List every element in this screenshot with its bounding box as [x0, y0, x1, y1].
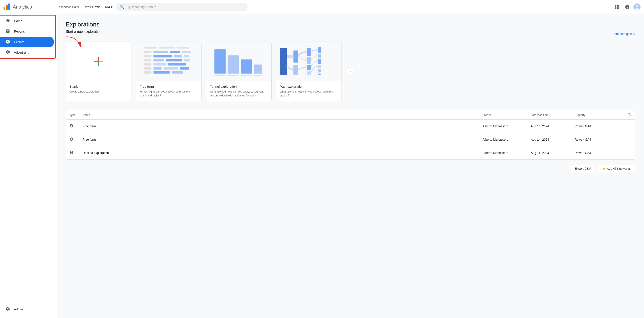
- topbar-right-actions: [612, 3, 640, 11]
- funnel-card-preview: [206, 42, 272, 81]
- sidebar-label-admin: Admin: [14, 308, 23, 311]
- svg-rect-49: [318, 47, 321, 53]
- svg-rect-46: [307, 57, 310, 64]
- funnel-card-title: Funnel exploration: [210, 85, 268, 88]
- main-content: Explorations Start a new exploration Tem…: [57, 14, 644, 318]
- search-placeholder-text: Try searching "Admin": [126, 5, 156, 9]
- col-property: Property: [574, 113, 618, 117]
- export-csv-button[interactable]: Export CSV: [570, 165, 595, 172]
- svg-rect-50: [318, 54, 321, 58]
- svg-rect-47: [307, 65, 310, 70]
- property-selector[interactable]: Rows - GA4 ▾: [92, 5, 112, 9]
- col-last-modified-label: Last modified: [531, 113, 548, 117]
- funnel-card-body: Funnel exploration What user journeys ca…: [206, 81, 272, 101]
- path-preview-svg: [276, 42, 342, 81]
- funnel-exploration-card[interactable]: Funnel exploration What user journeys ca…: [206, 41, 272, 101]
- sidebar-item-advertising[interactable]: Advertising: [0, 47, 54, 58]
- svg-rect-41: [254, 75, 261, 76]
- cards-header: Start a new exploration Template gallery: [66, 30, 635, 38]
- section-subtitle: Start a new exploration: [66, 30, 102, 34]
- col-name[interactable]: Name ↓: [82, 113, 482, 117]
- sidebar-label-home: Home: [14, 19, 22, 23]
- freeform-exploration-card[interactable]: Free form What insights can you uncover …: [136, 41, 202, 101]
- sidebar-item-reports[interactable]: Reports: [0, 26, 54, 37]
- col-search[interactable]: [618, 113, 632, 117]
- table-header: Type Name ↓ Owner Last modified ↓ Proper…: [66, 110, 635, 120]
- row-name: Free form: [82, 138, 482, 141]
- row-name: Free form: [82, 125, 482, 128]
- add-all-keywords-button[interactable]: ★ Add All Keywords: [598, 165, 635, 172]
- row-more-button[interactable]: ⋮: [618, 149, 626, 156]
- row-property: Rows - GA4: [574, 125, 618, 128]
- row-type-icon: [70, 124, 82, 129]
- sidebar-item-home[interactable]: Home: [0, 16, 54, 26]
- sidebar-label-explore: Explore: [14, 40, 24, 44]
- explore-icon: [5, 39, 10, 45]
- svg-rect-25: [154, 63, 166, 65]
- explorations-table: Type Name ↓ Owner Last modified ↓ Proper…: [66, 110, 635, 160]
- analytics-logo-icon: [4, 3, 10, 10]
- svg-rect-26: [168, 63, 186, 65]
- sidebar-item-admin[interactable]: Admin: [0, 304, 54, 315]
- col-type: Type: [70, 113, 82, 117]
- row-last-modified: Aug 14, 2024: [531, 151, 574, 155]
- svg-rect-12: [144, 51, 151, 53]
- svg-rect-14: [170, 51, 180, 53]
- sidebar-bottom: Admin: [0, 302, 57, 316]
- svg-rect-48: [307, 71, 310, 75]
- svg-rect-17: [154, 55, 172, 57]
- modified-sort-arrow[interactable]: ↓: [548, 113, 550, 117]
- freeform-preview-svg: [136, 42, 201, 81]
- svg-rect-27: [144, 67, 151, 70]
- path-card-title: Path exploration: [280, 85, 338, 88]
- svg-rect-29: [164, 67, 178, 70]
- svg-rect-1: [617, 5, 618, 6]
- svg-rect-10: [158, 47, 175, 49]
- table-row[interactable]: Free form Alberto Manassero Aug 14, 2024…: [66, 120, 635, 133]
- row-more-button[interactable]: ⋮: [618, 123, 626, 130]
- row-type-icon: [70, 151, 82, 156]
- explore-item-wrapper: Home Reports Explore Advertising: [0, 16, 57, 58]
- breadcrumb-child: Rows: [84, 5, 91, 8]
- user-avatar[interactable]: [634, 3, 640, 10]
- star-icon: ★: [602, 167, 606, 170]
- col-last-modified[interactable]: Last modified ↓: [531, 113, 574, 117]
- page-title: Explorations: [66, 21, 635, 28]
- svg-rect-43: [294, 50, 298, 63]
- row-owner: Alberto Manassero: [482, 151, 531, 155]
- svg-rect-31: [144, 71, 151, 73]
- help-button[interactable]: [623, 3, 632, 11]
- funnel-preview-svg: [206, 42, 272, 81]
- name-sort-arrow[interactable]: ↓: [91, 113, 93, 117]
- path-exploration-card[interactable]: Path exploration What user journeys can …: [276, 41, 342, 101]
- breadcrumb-parent: dashdash GmbH: [59, 5, 80, 8]
- apps-grid-button[interactable]: [612, 3, 621, 11]
- sidebar-label-reports: Reports: [14, 30, 25, 33]
- search-bar[interactable]: 🔍 Try searching "Admin": [116, 3, 248, 11]
- footer-actions: Export CSV ★ Add All Keywords: [66, 165, 635, 172]
- svg-rect-13: [154, 51, 168, 53]
- table-row[interactable]: Free form Alberto Manassero Aug 14, 2024…: [66, 133, 635, 146]
- row-last-modified: Aug 14, 2024: [531, 125, 574, 128]
- path-card-preview: [276, 42, 342, 81]
- sidebar-item-explore[interactable]: Explore: [0, 37, 54, 47]
- template-gallery-link[interactable]: Template gallery: [613, 32, 635, 36]
- freeform-card-desc: What insights can you uncover with custo…: [140, 90, 198, 98]
- blank-exploration-card[interactable]: Blank Create a new exploration: [66, 41, 132, 101]
- table-row[interactable]: Untitled exploration Alberto Manassero A…: [66, 146, 635, 159]
- blank-card-desc: Create a new exploration: [70, 90, 128, 94]
- svg-rect-0: [615, 5, 616, 6]
- svg-rect-36: [241, 59, 252, 74]
- svg-rect-51: [318, 59, 321, 64]
- svg-rect-37: [254, 64, 262, 74]
- svg-rect-35: [228, 55, 239, 73]
- blank-card-preview: [66, 42, 131, 81]
- svg-rect-30: [180, 67, 189, 70]
- path-card-body: Path exploration What user journeys can …: [276, 81, 342, 101]
- row-more-button[interactable]: ⋮: [618, 136, 626, 143]
- cards-next-button[interactable]: [346, 67, 355, 76]
- row-name: Untitled exploration: [82, 151, 482, 155]
- svg-rect-28: [154, 67, 162, 70]
- freeform-card-body: Free form What insights can you uncover …: [136, 81, 201, 101]
- svg-rect-22: [166, 59, 182, 61]
